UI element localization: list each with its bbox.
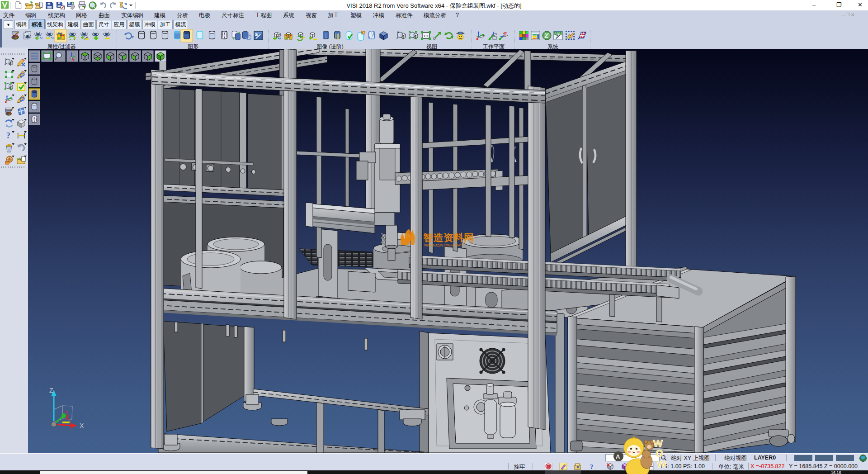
svg-text:O: O <box>656 448 663 459</box>
svg-text:Z: Z <box>49 387 53 394</box>
svg-text:?: ? <box>590 463 594 470</box>
svg-text:A: A <box>616 453 620 460</box>
svg-text:W: W <box>657 459 666 470</box>
svg-text:WWW.MJZLW.COM MJ DATA: WWW.MJZLW.COM MJ DATA <box>424 244 464 247</box>
svg-text:智造资料网: 智造资料网 <box>423 232 474 243</box>
svg-text:X: X <box>80 422 84 429</box>
svg-text:Y: Y <box>65 410 68 415</box>
